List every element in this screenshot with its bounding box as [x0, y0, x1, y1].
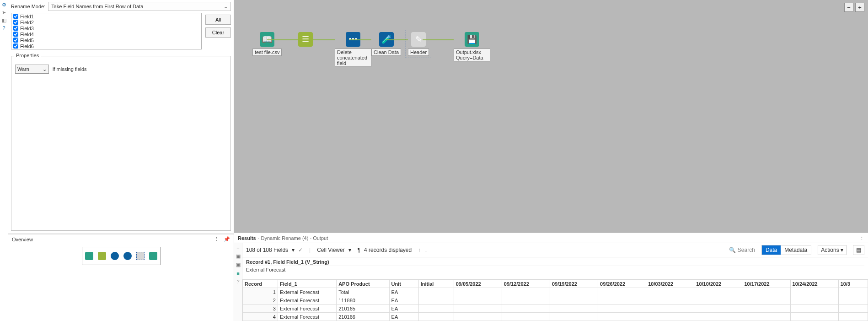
field-checkbox[interactable]	[13, 26, 18, 31]
table-cell[interactable]	[838, 313, 868, 321]
table-cell[interactable]	[550, 305, 598, 313]
more-icon[interactable]: ⋮	[859, 235, 864, 241]
column-header[interactable]: 10/24/2022	[790, 280, 838, 288]
table-cell[interactable]	[454, 296, 502, 305]
cleanse-tool[interactable]: 🧪Clean Data	[371, 32, 401, 56]
field-checkbox[interactable]	[13, 14, 18, 19]
table-cell[interactable]	[838, 288, 868, 296]
overview-thumbnail[interactable]	[82, 247, 161, 265]
table-cell[interactable]: External Forecast	[278, 313, 336, 321]
tab-metadata[interactable]: Metadata	[781, 245, 811, 255]
table-cell[interactable]	[418, 305, 454, 313]
actions-dropdown[interactable]: Actions ▾	[818, 245, 847, 255]
table-cell[interactable]	[550, 288, 598, 296]
table-cell[interactable]	[742, 313, 790, 321]
field-row[interactable]: Field4	[11, 31, 201, 37]
table-cell[interactable]: 4	[243, 313, 278, 321]
table-cell[interactable]	[694, 296, 742, 305]
table-cell[interactable]	[646, 296, 694, 305]
table-cell[interactable]	[502, 296, 550, 305]
table-cell[interactable]	[646, 288, 694, 296]
help-icon[interactable]: ?	[236, 279, 239, 284]
table-cell[interactable]	[454, 313, 502, 321]
arrow-up-icon[interactable]: ↑	[418, 247, 421, 253]
table-cell[interactable]	[454, 305, 502, 313]
tab-data[interactable]: Data	[762, 245, 781, 255]
table-cell[interactable]	[418, 313, 454, 321]
table-cell[interactable]	[742, 305, 790, 313]
zoom-out-button[interactable]: −	[844, 3, 853, 12]
table-row[interactable]: 4External Forecast210166EA	[243, 313, 868, 321]
table-cell[interactable]	[742, 296, 790, 305]
missing-fields-select[interactable]: Warn ⌄	[15, 65, 49, 74]
field-checkbox[interactable]	[13, 44, 18, 49]
help-icon[interactable]: ?	[2, 25, 5, 31]
table-cell[interactable]: EA	[389, 313, 418, 321]
table-cell[interactable]: 3	[243, 305, 278, 313]
table-row[interactable]: 2External Forecast111880EA	[243, 296, 868, 305]
field-row[interactable]: Field1	[11, 13, 201, 19]
table-row[interactable]: 1External ForecastTotalEA	[243, 288, 868, 296]
column-header[interactable]: Field_1	[278, 280, 336, 288]
table-cell[interactable]	[550, 296, 598, 305]
list-icon[interactable]: ≡	[236, 245, 239, 250]
table-cell[interactable]: Total	[337, 288, 389, 296]
table-cell[interactable]	[646, 305, 694, 313]
output-tool[interactable]: 💾Output.xlsx Query=Data	[454, 32, 490, 61]
table-cell[interactable]	[694, 305, 742, 313]
workflow-canvas[interactable]: − + 📖test file.csv☰•••Delete concatenate…	[234, 0, 868, 233]
table-cell[interactable]	[502, 313, 550, 321]
layers-icon[interactable]: ◧	[2, 17, 6, 23]
table-cell[interactable]	[694, 313, 742, 321]
table-cell[interactable]	[790, 296, 838, 305]
pin-icon[interactable]: 📌	[224, 236, 230, 242]
pointer-icon[interactable]: ➤	[2, 10, 6, 16]
gear-icon[interactable]: ⚙	[2, 2, 6, 8]
table-cell[interactable]: External Forecast	[278, 305, 336, 313]
column-header[interactable]: Unit	[389, 280, 418, 288]
column-header[interactable]: 10/3	[838, 280, 868, 288]
table-cell[interactable]: 1	[243, 288, 278, 296]
paragraph-icon[interactable]: ¶	[358, 247, 360, 253]
all-button[interactable]: All	[205, 15, 231, 25]
table-cell[interactable]	[838, 305, 868, 313]
dynamic-rename-tool[interactable]: ✎Header	[408, 32, 429, 56]
field-row[interactable]: Field6	[11, 43, 201, 49]
table-cell[interactable]: EA	[389, 296, 418, 305]
more-icon[interactable]: ⋮	[214, 236, 219, 242]
table-cell[interactable]	[550, 313, 598, 321]
msg-icon[interactable]: ■	[236, 271, 240, 276]
table-cell[interactable]	[646, 313, 694, 321]
column-header[interactable]: Initial	[418, 280, 454, 288]
column-header[interactable]: 10/10/2022	[694, 280, 742, 288]
table-cell[interactable]: 111880	[337, 296, 389, 305]
field-checkbox[interactable]	[13, 32, 18, 37]
table-cell[interactable]	[598, 313, 646, 321]
formula-tool[interactable]: •••Delete concatenated field	[335, 32, 371, 67]
table-cell[interactable]	[502, 305, 550, 313]
field-row[interactable]: Field3	[11, 25, 201, 31]
input-tool[interactable]: 📖test file.csv	[252, 32, 282, 56]
fields-dropdown[interactable]: 108 of 108 Fields ▾ ✓	[246, 247, 303, 253]
field-checkbox[interactable]	[13, 20, 18, 25]
table-cell[interactable]	[790, 288, 838, 296]
table-cell[interactable]	[454, 288, 502, 296]
rename-mode-select[interactable]: Take Field Names from First Row of Data …	[48, 2, 231, 11]
results-search[interactable]: 🔍 Search	[729, 247, 755, 253]
table-cell[interactable]	[790, 305, 838, 313]
column-header[interactable]: 09/05/2022	[454, 280, 502, 288]
field-row[interactable]: Field2	[11, 19, 201, 25]
table-cell[interactable]	[742, 288, 790, 296]
table-cell[interactable]: 2	[243, 296, 278, 305]
results-grid[interactable]: RecordField_1APO ProductUnitInitial09/05…	[242, 279, 868, 321]
table-cell[interactable]	[598, 305, 646, 313]
cell-viewer-dropdown[interactable]: Cell Viewer ▾	[317, 247, 351, 253]
table-cell[interactable]	[502, 288, 550, 296]
table-cell[interactable]	[418, 296, 454, 305]
zoom-in-button[interactable]: +	[855, 3, 864, 12]
column-header[interactable]: APO Product	[337, 280, 389, 288]
table-cell[interactable]: External Forecast	[278, 288, 336, 296]
table-cell[interactable]: 210165	[337, 305, 389, 313]
table-cell[interactable]: EA	[389, 305, 418, 313]
arrow-down-icon[interactable]: ↓	[424, 247, 427, 253]
